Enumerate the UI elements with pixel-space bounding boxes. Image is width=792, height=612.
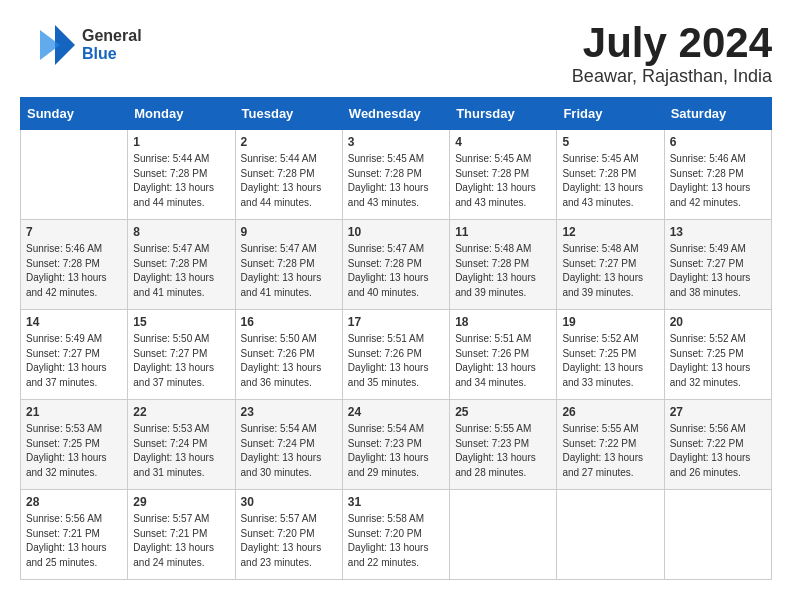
calendar-cell: 7Sunrise: 5:46 AMSunset: 7:28 PMDaylight… <box>21 220 128 310</box>
cell-sun-info: Sunrise: 5:55 AMSunset: 7:23 PMDaylight:… <box>455 422 551 480</box>
day-number: 17 <box>348 315 444 329</box>
day-number: 18 <box>455 315 551 329</box>
cell-sun-info: Sunrise: 5:50 AMSunset: 7:27 PMDaylight:… <box>133 332 229 390</box>
day-number: 12 <box>562 225 658 239</box>
header-saturday: Saturday <box>664 98 771 130</box>
calendar-cell: 21Sunrise: 5:53 AMSunset: 7:25 PMDayligh… <box>21 400 128 490</box>
logo-icon <box>20 20 80 70</box>
day-number: 23 <box>241 405 337 419</box>
day-number: 22 <box>133 405 229 419</box>
calendar-cell: 31Sunrise: 5:58 AMSunset: 7:20 PMDayligh… <box>342 490 449 580</box>
calendar-cell <box>664 490 771 580</box>
calendar-cell: 4Sunrise: 5:45 AMSunset: 7:28 PMDaylight… <box>450 130 557 220</box>
cell-sun-info: Sunrise: 5:44 AMSunset: 7:28 PMDaylight:… <box>133 152 229 210</box>
calendar-cell: 5Sunrise: 5:45 AMSunset: 7:28 PMDaylight… <box>557 130 664 220</box>
logo-blue-text: Blue <box>82 45 142 63</box>
day-number: 21 <box>26 405 122 419</box>
calendar-cell: 27Sunrise: 5:56 AMSunset: 7:22 PMDayligh… <box>664 400 771 490</box>
cell-sun-info: Sunrise: 5:46 AMSunset: 7:28 PMDaylight:… <box>26 242 122 300</box>
cell-sun-info: Sunrise: 5:48 AMSunset: 7:27 PMDaylight:… <box>562 242 658 300</box>
cell-sun-info: Sunrise: 5:53 AMSunset: 7:24 PMDaylight:… <box>133 422 229 480</box>
calendar-cell: 2Sunrise: 5:44 AMSunset: 7:28 PMDaylight… <box>235 130 342 220</box>
cell-sun-info: Sunrise: 5:54 AMSunset: 7:24 PMDaylight:… <box>241 422 337 480</box>
cell-sun-info: Sunrise: 5:47 AMSunset: 7:28 PMDaylight:… <box>348 242 444 300</box>
cell-sun-info: Sunrise: 5:57 AMSunset: 7:20 PMDaylight:… <box>241 512 337 570</box>
header-monday: Monday <box>128 98 235 130</box>
calendar-cell <box>21 130 128 220</box>
header-sunday: Sunday <box>21 98 128 130</box>
cell-sun-info: Sunrise: 5:45 AMSunset: 7:28 PMDaylight:… <box>348 152 444 210</box>
calendar-cell: 28Sunrise: 5:56 AMSunset: 7:21 PMDayligh… <box>21 490 128 580</box>
day-number: 14 <box>26 315 122 329</box>
calendar-cell: 14Sunrise: 5:49 AMSunset: 7:27 PMDayligh… <box>21 310 128 400</box>
cell-sun-info: Sunrise: 5:51 AMSunset: 7:26 PMDaylight:… <box>348 332 444 390</box>
day-number: 8 <box>133 225 229 239</box>
calendar-cell: 20Sunrise: 5:52 AMSunset: 7:25 PMDayligh… <box>664 310 771 400</box>
day-number: 25 <box>455 405 551 419</box>
calendar-cell: 15Sunrise: 5:50 AMSunset: 7:27 PMDayligh… <box>128 310 235 400</box>
day-number: 11 <box>455 225 551 239</box>
day-number: 9 <box>241 225 337 239</box>
calendar-week-row: 1Sunrise: 5:44 AMSunset: 7:28 PMDaylight… <box>21 130 772 220</box>
cell-sun-info: Sunrise: 5:56 AMSunset: 7:21 PMDaylight:… <box>26 512 122 570</box>
logo-general-text: General <box>82 27 142 45</box>
cell-sun-info: Sunrise: 5:45 AMSunset: 7:28 PMDaylight:… <box>455 152 551 210</box>
header-wednesday: Wednesday <box>342 98 449 130</box>
cell-sun-info: Sunrise: 5:58 AMSunset: 7:20 PMDaylight:… <box>348 512 444 570</box>
day-number: 3 <box>348 135 444 149</box>
cell-sun-info: Sunrise: 5:52 AMSunset: 7:25 PMDaylight:… <box>670 332 766 390</box>
cell-sun-info: Sunrise: 5:49 AMSunset: 7:27 PMDaylight:… <box>26 332 122 390</box>
calendar-cell: 17Sunrise: 5:51 AMSunset: 7:26 PMDayligh… <box>342 310 449 400</box>
location-subtitle: Beawar, Rajasthan, India <box>572 66 772 87</box>
calendar-cell: 3Sunrise: 5:45 AMSunset: 7:28 PMDaylight… <box>342 130 449 220</box>
calendar-cell: 30Sunrise: 5:57 AMSunset: 7:20 PMDayligh… <box>235 490 342 580</box>
cell-sun-info: Sunrise: 5:48 AMSunset: 7:28 PMDaylight:… <box>455 242 551 300</box>
cell-sun-info: Sunrise: 5:47 AMSunset: 7:28 PMDaylight:… <box>133 242 229 300</box>
calendar-cell: 11Sunrise: 5:48 AMSunset: 7:28 PMDayligh… <box>450 220 557 310</box>
calendar-cell: 23Sunrise: 5:54 AMSunset: 7:24 PMDayligh… <box>235 400 342 490</box>
logo: General Blue <box>20 20 142 70</box>
calendar-table: SundayMondayTuesdayWednesdayThursdayFrid… <box>20 97 772 580</box>
calendar-week-row: 7Sunrise: 5:46 AMSunset: 7:28 PMDaylight… <box>21 220 772 310</box>
calendar-cell: 10Sunrise: 5:47 AMSunset: 7:28 PMDayligh… <box>342 220 449 310</box>
calendar-cell <box>557 490 664 580</box>
calendar-cell: 13Sunrise: 5:49 AMSunset: 7:27 PMDayligh… <box>664 220 771 310</box>
calendar-cell: 26Sunrise: 5:55 AMSunset: 7:22 PMDayligh… <box>557 400 664 490</box>
cell-sun-info: Sunrise: 5:44 AMSunset: 7:28 PMDaylight:… <box>241 152 337 210</box>
calendar-cell <box>450 490 557 580</box>
cell-sun-info: Sunrise: 5:57 AMSunset: 7:21 PMDaylight:… <box>133 512 229 570</box>
calendar-cell: 12Sunrise: 5:48 AMSunset: 7:27 PMDayligh… <box>557 220 664 310</box>
day-number: 19 <box>562 315 658 329</box>
cell-sun-info: Sunrise: 5:46 AMSunset: 7:28 PMDaylight:… <box>670 152 766 210</box>
day-number: 30 <box>241 495 337 509</box>
cell-sun-info: Sunrise: 5:50 AMSunset: 7:26 PMDaylight:… <box>241 332 337 390</box>
day-number: 4 <box>455 135 551 149</box>
day-number: 29 <box>133 495 229 509</box>
day-number: 16 <box>241 315 337 329</box>
calendar-cell: 18Sunrise: 5:51 AMSunset: 7:26 PMDayligh… <box>450 310 557 400</box>
cell-sun-info: Sunrise: 5:51 AMSunset: 7:26 PMDaylight:… <box>455 332 551 390</box>
day-number: 15 <box>133 315 229 329</box>
day-number: 26 <box>562 405 658 419</box>
header-friday: Friday <box>557 98 664 130</box>
calendar-cell: 19Sunrise: 5:52 AMSunset: 7:25 PMDayligh… <box>557 310 664 400</box>
calendar-week-row: 28Sunrise: 5:56 AMSunset: 7:21 PMDayligh… <box>21 490 772 580</box>
header-thursday: Thursday <box>450 98 557 130</box>
day-number: 27 <box>670 405 766 419</box>
cell-sun-info: Sunrise: 5:49 AMSunset: 7:27 PMDaylight:… <box>670 242 766 300</box>
day-number: 13 <box>670 225 766 239</box>
calendar-cell: 1Sunrise: 5:44 AMSunset: 7:28 PMDaylight… <box>128 130 235 220</box>
day-number: 28 <box>26 495 122 509</box>
day-number: 2 <box>241 135 337 149</box>
calendar-cell: 6Sunrise: 5:46 AMSunset: 7:28 PMDaylight… <box>664 130 771 220</box>
day-number: 31 <box>348 495 444 509</box>
cell-sun-info: Sunrise: 5:54 AMSunset: 7:23 PMDaylight:… <box>348 422 444 480</box>
day-number: 1 <box>133 135 229 149</box>
calendar-week-row: 14Sunrise: 5:49 AMSunset: 7:27 PMDayligh… <box>21 310 772 400</box>
day-number: 5 <box>562 135 658 149</box>
day-number: 6 <box>670 135 766 149</box>
calendar-cell: 25Sunrise: 5:55 AMSunset: 7:23 PMDayligh… <box>450 400 557 490</box>
cell-sun-info: Sunrise: 5:53 AMSunset: 7:25 PMDaylight:… <box>26 422 122 480</box>
month-year-title: July 2024 <box>572 20 772 66</box>
calendar-cell: 22Sunrise: 5:53 AMSunset: 7:24 PMDayligh… <box>128 400 235 490</box>
